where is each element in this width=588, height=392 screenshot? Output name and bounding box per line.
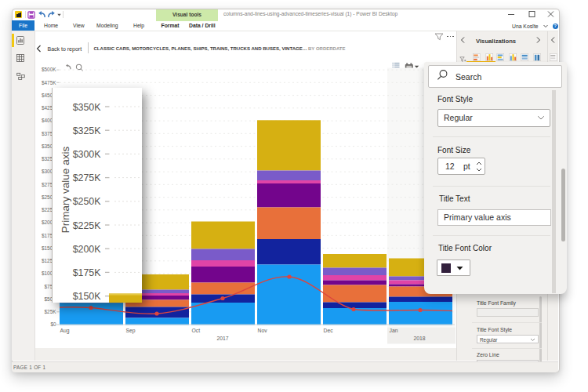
svg-text:2018: 2018	[413, 336, 425, 341]
svg-text:$175K: $175K	[73, 267, 102, 278]
svg-text:$150K: $150K	[73, 291, 102, 302]
svg-text:Jan: Jan	[390, 328, 398, 333]
svg-text:$225K: $225K	[73, 220, 102, 231]
svg-text:$500K: $500K	[42, 67, 56, 72]
svg-text:$0: $0	[50, 321, 56, 327]
svg-text:$250K: $250K	[73, 196, 102, 207]
svg-text:$350K: $350K	[73, 102, 102, 113]
svg-text:$25K: $25K	[45, 309, 57, 314]
svg-text:$325K: $325K	[73, 125, 102, 136]
svg-text:$200K: $200K	[73, 244, 102, 255]
svg-text:$475K: $475K	[42, 79, 56, 85]
svg-text:Oct: Oct	[192, 328, 201, 333]
svg-text:Sep: Sep	[126, 328, 136, 334]
svg-text:$300K: $300K	[73, 149, 102, 160]
svg-text:$275K: $275K	[73, 172, 102, 183]
svg-text:Nov: Nov	[258, 328, 268, 333]
svg-text:Dec: Dec	[324, 328, 334, 333]
svg-text:2017: 2017	[216, 336, 228, 341]
svg-text:Aug: Aug	[60, 328, 70, 334]
